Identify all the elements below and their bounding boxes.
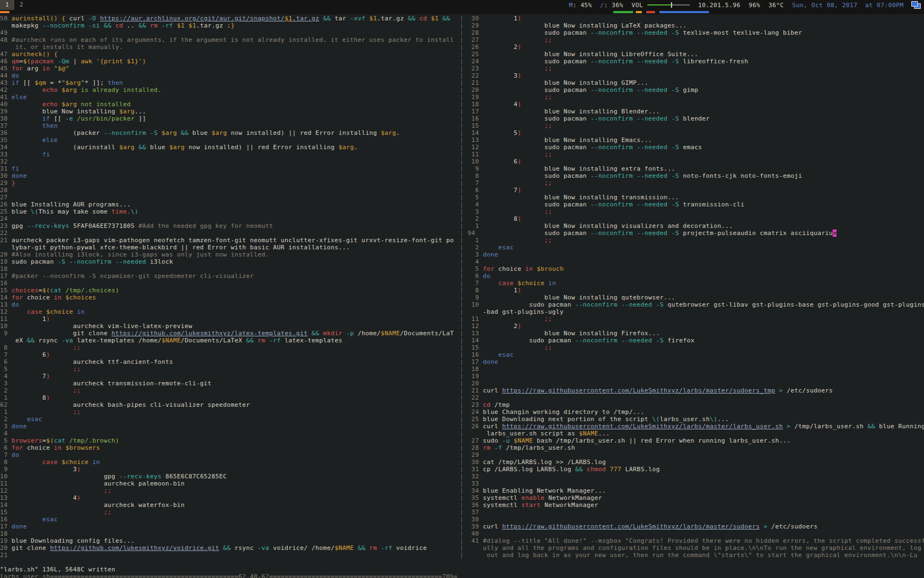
clock: Sun, Oct 08, 2017 at 07:00PM [792, 2, 904, 9]
code-row: 32 [0, 158, 458, 165]
code-row: 1 8) [0, 394, 458, 401]
code-row: 28 rm -f /tmp/larbs_user.sh [468, 444, 924, 451]
code-row: 13 4) [0, 494, 458, 501]
meter-bar [636, 11, 642, 13]
memory-icon: M [569, 2, 573, 9]
code-row: 10 gpg --recv-keys 865E6C87C65285EC [0, 473, 458, 480]
system-status: M: 45% /: 36% VOL 10.201.5.96 96% 36°C S… [569, 0, 921, 10]
code-row: 23 ;; [468, 65, 924, 72]
code-row: larbs_user.sh script as $NAME... [468, 430, 924, 437]
code-row: 43 if [[ $qm = *"$arg"* ]]; then [0, 79, 458, 86]
code-row: 3 done [0, 423, 458, 430]
code-row: 20 #Also installing i3lock, since i3-gap… [0, 251, 458, 258]
top-bar: 1 2 M: 45% /: 36% VOL 10.201.5.96 96% 36… [0, 0, 924, 14]
cursor: m [833, 230, 837, 237]
volume-level-bar [647, 4, 671, 6]
disk-icon: / [600, 2, 604, 9]
code-row: 16 [0, 280, 458, 287]
code-row: 21 [0, 552, 458, 559]
meter-bar [613, 11, 633, 13]
code-row: 2 esac [0, 416, 458, 423]
split-separator[interactable]: ||||||||||||||||||||||||||||||||||||||||… [460, 15, 464, 559]
code-row: 17 done [0, 523, 458, 530]
code-row: 21 blue Now installing GIMP... [468, 79, 924, 86]
code-row: 20 git clone https://github.com/lukesmit… [0, 544, 458, 552]
code-row: 8 ;; [0, 344, 458, 351]
code-row: 42 echo $arg is already installed. [0, 86, 458, 94]
code-row: 6 aurcheck ttf-ancient-fonts [0, 358, 458, 366]
code-row: 27 sudo -u $NAME bash /tmp/larbs_user.sh… [468, 437, 924, 444]
editor-pane-right[interactable]: 30 1) 29 blue Now installing LaTeX packa… [468, 15, 924, 559]
battery-percent: 96% [749, 2, 760, 9]
code-row: 46 qm=$(pacman -Qm | awk '{print $1}') [0, 58, 458, 65]
code-row: 27 [0, 194, 458, 201]
code-row: 30 done [0, 172, 458, 179]
code-row: 6 do [468, 272, 924, 280]
code-row: 24 sudo pacman --noconfirm --needed -S l… [468, 58, 924, 65]
code-row: 15 ;; [468, 344, 924, 351]
code-row: 12 case $choice in [0, 308, 458, 315]
code-row: 22 3) [468, 72, 924, 79]
code-row: 21 aurcheck packer i3-gaps vim-pathogen … [0, 237, 458, 244]
code-row: 7 do [0, 451, 458, 459]
code-row: makepkg --noconfirm -si && cd .. && rm -… [0, 22, 458, 29]
meter-bar [659, 11, 709, 13]
code-row: 26 curl https://raw.githubusercontent.co… [468, 423, 924, 430]
code-row: 45 for arg in "$@" [0, 65, 458, 72]
code-row: 19 sudo pacman -S --noconfirm --needed i… [0, 258, 458, 265]
code-row: 9 3) [0, 466, 458, 473]
code-row: 21 curl https://raw.githubusercontent.co… [468, 387, 924, 394]
code-row: 8 case $choice in [0, 459, 458, 466]
code-row: 39 curl https://raw.githubusercontent.co… [468, 523, 924, 530]
code-row: 24 blue Changin working directory to /tm… [468, 408, 924, 416]
code-row: 11 ;; [468, 315, 924, 323]
code-row: 94 sudo pacman --noconfirm --needed -S p… [468, 230, 924, 237]
code-row: eX && rsync -va latex-templates /home/$N… [0, 337, 458, 344]
code-row: 30 1) [468, 15, 924, 22]
code-row: 20 [468, 380, 924, 387]
code-row: 44 do [0, 72, 458, 79]
code-row: 39 blue Now installing $arg... [0, 108, 458, 115]
code-row: 38 if [[ -e /usr/bin/packer ]] [0, 115, 458, 122]
code-row: 26 blue Installing AUR programs... [0, 201, 458, 208]
code-row: 4 [0, 430, 458, 437]
code-row: 5 ;; [0, 366, 458, 373]
code-row: 3 ;; [468, 208, 924, 215]
code-row: 47 aurcheck() { [0, 51, 458, 58]
disk-value: : 36% [604, 2, 623, 9]
code-row: 25 blue \(This may take some time.\) [0, 208, 458, 215]
code-row: 2 esac [468, 244, 924, 251]
code-row: 10 aurcheck vim-live-latex-preview [0, 323, 458, 330]
vim-editor: 50 aurinstall() { curl -O https://aur.ar… [0, 14, 924, 578]
code-row: 19 blue Downloading config files... [0, 537, 458, 544]
code-row: 9 blue Now installing qutebrowser... [468, 294, 924, 301]
code-row: 26 2) [468, 43, 924, 51]
code-row: 50 aurinstall() { curl -O https://aur.ar… [0, 15, 458, 22]
code-row: 27 ;; [468, 36, 924, 43]
workspace-tag-1[interactable]: 1 [0, 0, 14, 10]
window-tray-icon[interactable] [911, 1, 921, 9]
workspace-tag-2[interactable]: 2 [14, 0, 29, 10]
code-row: 33 [468, 480, 924, 487]
code-row: 22 [0, 230, 458, 237]
code-row: 17 done [468, 358, 924, 366]
code-row: 36 systemctl start NetworkManager [468, 501, 924, 509]
editor-pane-left[interactable]: 50 aurinstall() { curl -O https://aur.ar… [0, 15, 458, 559]
code-row: 25 blue Now installing LibreOffice Suite… [468, 51, 924, 58]
code-row: 15 choices=$(cat /tmp/.choices) [0, 287, 458, 294]
code-row: 15 ;; [468, 122, 924, 129]
code-row: 11 ;; [468, 151, 924, 158]
code-row: 12 ;; [0, 487, 458, 494]
meter-bar [646, 11, 655, 13]
code-row: 29 } [0, 179, 458, 187]
code-row: 7 case $choice in [468, 280, 924, 287]
code-row: 8 1) [468, 287, 924, 294]
code-row: 4 sudo pacman --noconfirm --needed -S tr… [468, 201, 924, 208]
code-row: 17 #packer --noconfirm -S ncpamixer-git … [0, 272, 458, 280]
volume-slider[interactable] [647, 0, 690, 10]
code-row: 5 for choice in $brouch [468, 265, 924, 272]
memory-value: : 45% [573, 2, 592, 9]
code-row: 3 aurcheck transmission-remote-cli-git [0, 380, 458, 387]
code-row: 12 sudo pacman --noconfirm --needed -S e… [468, 144, 924, 151]
code-row: 29 blue Now installing LaTeX packages... [468, 22, 924, 29]
